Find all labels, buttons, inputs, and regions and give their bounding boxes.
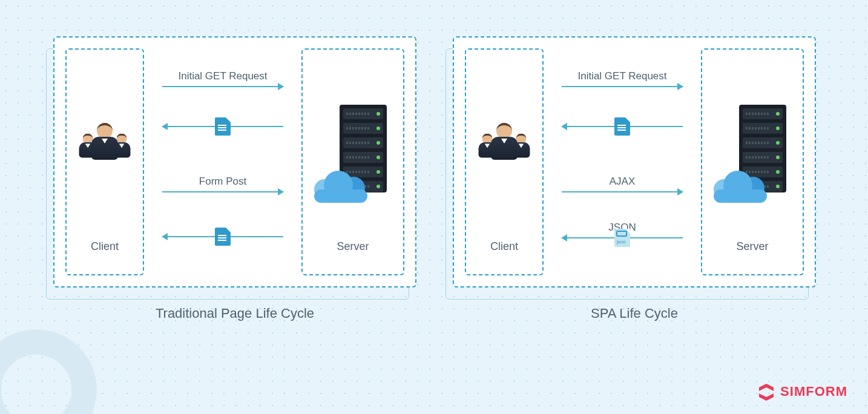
server-box: Server (301, 48, 404, 275)
caption-traditional: Traditional Page Life Cycle (53, 306, 416, 321)
document-icon (614, 117, 630, 136)
arrow-label: Form Post (199, 176, 246, 188)
flow-column: Initial GET Request AJAX JSON (562, 48, 683, 275)
arrow-ajax: AJAX (562, 176, 683, 192)
arrow-initial-get: Initial GET Request (162, 70, 283, 87)
server-label: Server (337, 240, 369, 253)
decorative-ring (0, 329, 97, 414)
server-icon (716, 105, 789, 202)
arrow-label: AJAX (610, 176, 636, 188)
brand-name: SIMFORM (780, 384, 847, 399)
document-icon (215, 228, 231, 246)
panel-traditional: Client Initial GET Request Form Post (53, 36, 416, 288)
diagram-panels: Client Initial GET Request Form Post (53, 36, 816, 288)
arrow-json-response: JSON (562, 222, 683, 238)
users-icon (77, 123, 132, 171)
arrow-label: Initial GET Request (577, 70, 666, 82)
cloud-icon (313, 169, 373, 203)
client-label: Client (490, 240, 518, 253)
arrow-form-post: Form Post (162, 176, 283, 192)
server-box: Server (701, 48, 804, 275)
server-label: Server (736, 240, 768, 253)
panel-body: Client Initial GET Request AJAX JSON (453, 36, 816, 288)
arrow-html-response-2 (162, 236, 283, 237)
arrow-initial-get: Initial GET Request (562, 70, 683, 87)
brand-logo: SIMFORM (757, 383, 847, 401)
server-icon (317, 105, 389, 202)
arrow-html-response (562, 126, 683, 127)
client-label: Client (91, 240, 119, 253)
json-file-icon (614, 229, 630, 247)
arrow-html-response (162, 126, 283, 127)
caption-spa: SPA Life Cycle (453, 306, 816, 321)
brand-mark-icon (757, 383, 775, 401)
client-box: Client (465, 48, 544, 275)
users-icon (477, 123, 531, 171)
flow-column: Initial GET Request Form Post (162, 48, 283, 275)
panel-body: Client Initial GET Request Form Post (53, 36, 416, 288)
arrow-label: Initial GET Request (178, 70, 267, 82)
panel-spa: Client Initial GET Request AJAX JSON (453, 36, 816, 288)
cloud-icon (712, 169, 773, 203)
client-box: Client (65, 48, 144, 275)
document-icon (215, 117, 231, 136)
